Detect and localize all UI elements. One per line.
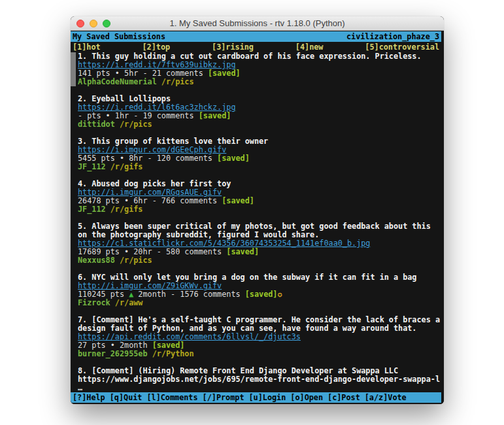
submission-list: 1. This guy holding a cut out cardboard … — [71, 52, 444, 392]
submission-item: 5. Always been super critical of my phot… — [71, 222, 444, 265]
submission-stats: 27 pts • 2month — [78, 341, 152, 350]
author-name: Nexxus88 — [78, 256, 115, 265]
window-title: 1. My Saved Submissions - rtv 1.18.0 (Py… — [169, 18, 344, 28]
submission-title: 3. This group of kittens love their owne… — [78, 137, 268, 146]
shortcut-qquit[interactable]: [q]Quit — [110, 392, 143, 403]
submission-link[interactable]: http://i.imgur.com/Z9iGKWv.gifv — [78, 281, 222, 290]
submission-title: design fault of Python, and as you can s… — [78, 324, 416, 333]
shortcut-cpost[interactable]: [c]Post — [328, 392, 360, 403]
shortcut-lcomments[interactable]: [l]Comments — [146, 392, 197, 403]
gilded-icon: ✪ — [277, 290, 282, 299]
page-title: My Saved Submissions — [73, 31, 165, 42]
submission-link[interactable]: https://api.reddit.com/comments/6llvsl/_… — [78, 332, 301, 341]
author-name: JF_112 — [78, 205, 106, 214]
submission-stats: 110245 pts — [78, 290, 129, 299]
submission-title: 4. Abused dog picks her first toy — [78, 179, 231, 188]
submission-title: 8. [Comment] (Hiring) Remote Front End D… — [78, 366, 398, 375]
submission-item: 3. This group of kittens love their owne… — [71, 137, 444, 171]
tab-hot[interactable]: [1]hot — [73, 42, 101, 52]
submission-title: 7. [Comment] He's a self-taught C progra… — [78, 315, 440, 324]
truncation-ellipsis: … — [78, 383, 82, 392]
submission-item: 6. NYC will only let you bring a dog on … — [71, 273, 444, 307]
subreddit-name: /r/gifs — [106, 162, 143, 171]
submission-stats: 26478 pts • 6hr - 766 comments — [78, 196, 222, 205]
submission-item: 1. This guy holding a cut out cardboard … — [71, 52, 444, 86]
terminal-content[interactable]: My Saved Submissions civilization_phaze_… — [71, 31, 444, 404]
saved-badge: [saved] — [245, 290, 278, 299]
submission-title: 1. This guy holding a cut out cardboard … — [78, 52, 422, 61]
shortcut-?help[interactable]: [?]Help — [73, 392, 105, 403]
sort-tabs: [1]hot [2]top [3]rising [4]new [5]contro… — [71, 42, 441, 52]
shortcut-a/zvote[interactable]: [a/z]Vote — [365, 392, 407, 403]
zoom-button[interactable] — [103, 20, 110, 27]
saved-badge: [saved] — [222, 196, 254, 205]
window-titlebar: 1. My Saved Submissions - rtv 1.18.0 (Py… — [71, 16, 444, 31]
submission-title: 2. Eyeball Lollipops — [78, 94, 171, 103]
shortcut-oopen[interactable]: [o]Open — [290, 392, 323, 403]
submission-link[interactable]: https://i.redd.it/7ftv639uibkz.jpg — [78, 60, 235, 69]
saved-badge: [saved] — [152, 341, 185, 350]
submission-item: 7. [Comment] He's a self-taught C progra… — [71, 316, 444, 358]
submission-stats: 141 pts • 5hr - 21 comments — [78, 69, 208, 78]
saved-badge: [saved] — [208, 69, 241, 78]
shortcut-ulogin[interactable]: [u]Login — [249, 392, 286, 403]
selection-cursor — [71, 52, 76, 86]
subreddit-name: /r/gifs — [106, 205, 143, 214]
author-name: AlphaCodeNumerial — [78, 77, 157, 86]
submission-url-plain: https://www.djangojobs.net/jobs/695/remo… — [78, 375, 440, 384]
submission-link[interactable]: https://i.redd.it/l6t6ac3zhckz.jpg — [78, 103, 235, 112]
submission-title: on the photography subreddit, figured I … — [78, 230, 319, 239]
submission-stats: 17689 pts • 20hr - 580 comments — [78, 247, 226, 256]
submission-link[interactable]: https://c1.staticflickr.com/5/4356/36074… — [78, 239, 370, 248]
traffic-lights — [76, 20, 110, 27]
author-name: JF_112 — [78, 162, 106, 171]
submission-link[interactable]: https://i.imgur.com/dGEeCph.gifv — [78, 145, 226, 154]
submission-title: 5. Always been super critical of my phot… — [78, 222, 431, 231]
tab-new[interactable]: [4]new — [295, 42, 324, 52]
submission-item: 4. Abused dog picks her first toyhttp://… — [71, 180, 444, 214]
subreddit-name: /r/pics — [157, 77, 194, 86]
tab-controversial[interactable]: [5]controversial — [365, 42, 439, 52]
minimize-button[interactable] — [90, 20, 97, 27]
submission-item: 8. [Comment] (Hiring) Remote Front End D… — [71, 367, 444, 392]
tab-top[interactable]: [2]top — [143, 42, 171, 52]
saved-badge: [saved] — [226, 247, 259, 256]
author-name: burner_262955eb — [78, 349, 148, 358]
subreddit-name: /r/aww — [110, 298, 143, 307]
terminal-window: 1. My Saved Submissions - rtv 1.18.0 (Py… — [71, 16, 444, 404]
saved-badge: [saved] — [199, 111, 231, 120]
submission-item: 2. Eyeball Lollipopshttps://i.redd.it/l6… — [71, 95, 444, 129]
subreddit-name: /r/pics — [115, 120, 152, 129]
shortcut-footer-bar: [?]Help[q]Quit[l]Comments[/]Prompt[u]Log… — [71, 392, 441, 403]
submission-title: 6. NYC will only let you bring a dog on … — [78, 273, 416, 282]
subreddit-name: /r/Python — [148, 349, 194, 358]
submission-stats: - pts • 1hr - 19 comments — [78, 111, 199, 120]
close-button[interactable] — [76, 20, 84, 27]
submission-stats: 2month - 1576 comments — [133, 290, 244, 299]
author-name: dittidot — [78, 120, 115, 129]
saved-badge: [saved] — [217, 154, 250, 163]
submission-link[interactable]: http://i.imgur.com/RGqsAUE.gifv — [78, 188, 222, 197]
tab-rising[interactable]: [3]rising — [212, 42, 254, 52]
username: civilization_phaze_3 — [346, 31, 439, 42]
status-header-bar: My Saved Submissions civilization_phaze_… — [71, 31, 441, 42]
subreddit-name: /r/pics — [115, 256, 152, 265]
submission-stats: 5455 pts • 8hr - 120 comments — [78, 154, 217, 163]
author-name: Fizrock — [78, 298, 110, 307]
shortcut-/prompt[interactable]: [/]Prompt — [203, 392, 244, 403]
